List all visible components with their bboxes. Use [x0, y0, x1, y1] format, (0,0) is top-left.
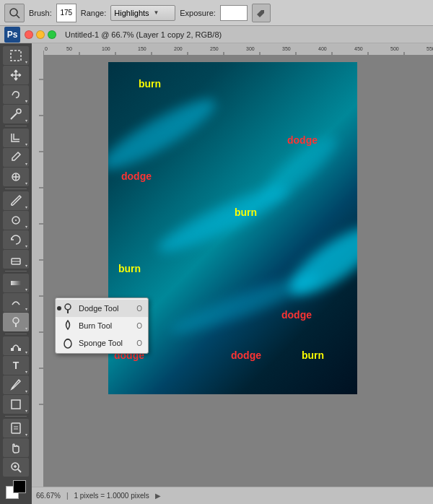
nav-arrow[interactable]: ▶: [155, 492, 161, 500]
tool-dropdown-menu: Dodge Tool O Burn Tool O: [55, 297, 149, 354]
range-label: Range:: [81, 9, 106, 17]
dodge-tool-shortcut: O: [136, 305, 142, 313]
dropdown-item-dodge[interactable]: Dodge Tool O: [56, 300, 148, 317]
main-area: ▾ ▾ ▾ ▾ ▾ ▾ ▾ ▾: [0, 43, 433, 504]
airbrush-btn[interactable]: [252, 4, 271, 22]
dodge-tool-label: Dodge Tool: [79, 304, 118, 313]
svg-rect-17: [12, 400, 20, 409]
dropdown-item-burn[interactable]: Burn Tool O: [56, 317, 148, 334]
svg-point-4: [17, 109, 21, 113]
tool-hand[interactable]: [3, 438, 29, 457]
tool-dodge[interactable]: ▾: [3, 313, 29, 331]
ruler-corner: [32, 43, 43, 55]
burn-tool-icon: [61, 319, 74, 332]
canvas-wrapper: burn dodge dodge burn burn dodge dodge d…: [43, 55, 433, 487]
dodge-tool-icon: [61, 302, 74, 315]
tool-lasso[interactable]: ▾ ▾: [3, 85, 29, 104]
range-arrow: ▼: [154, 9, 159, 16]
close-button[interactable]: [25, 30, 33, 39]
status-bar: 66.67% | 1 pixels = 1.0000 pixels ▶: [32, 487, 433, 504]
tool-gradient[interactable]: ▾: [3, 274, 29, 292]
label-burn-2: burn: [235, 207, 257, 218]
brush-label: Brush:: [29, 9, 52, 17]
tool-blur[interactable]: ▾: [3, 293, 29, 312]
tool-sep-3: [5, 271, 27, 271]
tool-notes[interactable]: ▾: [3, 419, 29, 438]
dropdown-item-sponge[interactable]: Sponge Tool O: [56, 334, 148, 352]
exposure-label: Exposure:: [180, 9, 216, 17]
canvas-area: 0 50 100 150 200 250 300 350 400: [32, 43, 433, 504]
tool-magic-wand[interactable]: ▾: [3, 105, 29, 123]
svg-text:450: 450: [354, 46, 363, 51]
brush-size: 175: [60, 9, 72, 17]
svg-rect-12: [11, 281, 21, 285]
label-dodge-3: dodge: [281, 309, 312, 321]
tool-text[interactable]: T ▾: [3, 356, 29, 375]
status-sep: |: [66, 492, 69, 500]
label-dodge-5: dodge: [231, 349, 261, 361]
tool-eraser[interactable]: ▾: [3, 250, 29, 269]
pixel-info: 1 pixels = 1.0000 pixels: [74, 492, 149, 500]
label-dodge-2: dodge: [121, 170, 152, 182]
streak-1: [108, 90, 222, 180]
svg-line-1: [17, 15, 19, 18]
burn-tool-label: Burn Tool: [79, 321, 112, 330]
svg-text:300: 300: [246, 46, 255, 51]
svg-rect-15: [11, 348, 14, 351]
svg-text:200: 200: [174, 46, 183, 51]
top-toolbar: Brush: 175 Range: Highlights ▼ Exposure:…: [0, 0, 433, 26]
zoom-level: 66.67%: [36, 492, 61, 500]
tool-pen[interactable]: ▾: [3, 375, 29, 394]
tool-shape[interactable]: ▾: [3, 395, 29, 414]
tool-sep-5: [5, 416, 27, 417]
left-toolbar: ▾ ▾ ▾ ▾ ▾ ▾ ▾ ▾: [0, 43, 32, 504]
tool-clone[interactable]: ▾: [3, 211, 29, 230]
svg-text:500: 500: [390, 46, 399, 51]
svg-rect-50: [32, 43, 43, 487]
tool-sep-2: [5, 188, 27, 189]
sponge-tool-label: Sponge Tool: [79, 339, 123, 347]
minimize-button[interactable]: [36, 30, 45, 39]
svg-text:150: 150: [138, 46, 146, 51]
svg-rect-18: [12, 423, 20, 433]
selected-indicator: [57, 306, 61, 310]
label-burn-1: burn: [139, 78, 161, 90]
sponge-tool-shortcut: O: [136, 339, 142, 347]
tool-sep-1: [5, 126, 27, 126]
svg-rect-16: [18, 348, 21, 351]
svg-text:250: 250: [210, 46, 219, 51]
svg-rect-2: [11, 51, 21, 61]
label-dodge-1: dodge: [287, 134, 318, 146]
tool-marquee[interactable]: ▾: [3, 46, 29, 65]
svg-point-64: [64, 339, 71, 348]
burn-tool-shortcut: O: [136, 322, 142, 330]
exposure-input[interactable]: 10%: [220, 5, 248, 21]
tool-move[interactable]: [3, 66, 29, 84]
svg-text:400: 400: [318, 46, 327, 51]
tool-heal[interactable]: ▾: [3, 168, 29, 186]
svg-point-9: [15, 220, 17, 221]
tool-crop[interactable]: ▾: [3, 129, 29, 147]
title-bar: Ps Untitled-1 @ 66.7% (Layer 1 copy 2, R…: [0, 26, 433, 43]
ruler-vertical: [32, 43, 43, 487]
maximize-button[interactable]: [48, 30, 56, 39]
tool-zoom[interactable]: [3, 458, 29, 477]
range-select[interactable]: Highlights ▼: [110, 5, 175, 21]
sample-btn[interactable]: [4, 4, 25, 22]
label-burn-4: burn: [302, 349, 324, 361]
tool-history-brush[interactable]: ▾: [3, 230, 29, 249]
svg-text:0: 0: [45, 46, 48, 51]
brush-preview[interactable]: 175: [56, 4, 76, 22]
svg-text:100: 100: [102, 46, 110, 51]
tool-eyedropper[interactable]: ▾: [3, 148, 29, 167]
label-burn-3: burn: [118, 263, 141, 274]
tool-path[interactable]: ▾: [3, 336, 29, 355]
svg-point-62: [65, 304, 71, 310]
svg-point-0: [10, 9, 17, 16]
range-value: Highlights: [114, 9, 149, 17]
tool-sep-4: [5, 334, 27, 334]
ps-logo: Ps: [4, 27, 20, 43]
color-swatches[interactable]: [6, 480, 26, 499]
svg-text:550: 550: [427, 46, 433, 51]
tool-brush[interactable]: ▾: [3, 191, 29, 210]
